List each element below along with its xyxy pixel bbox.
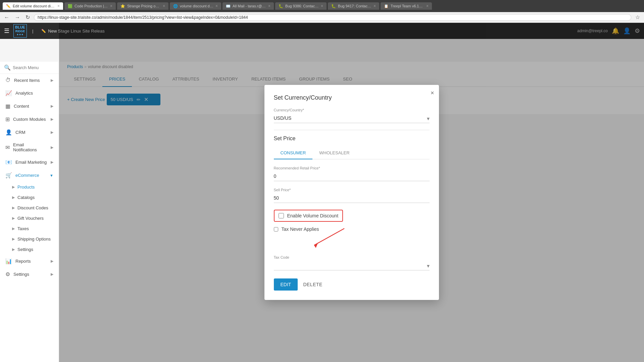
enable-volume-discount-label: Enable Volume Discount <box>287 213 339 218</box>
tab-icon: ✏️ <box>6 4 11 8</box>
main-content: Products » volume discount disabled SETT… <box>59 62 644 362</box>
inner-tab-consumer[interactable]: CONSUMER <box>274 147 313 159</box>
sidebar-item-custom-modules[interactable]: ⊞ Custom Modules ▶ <box>0 113 59 126</box>
tab-close-1[interactable]: × <box>110 4 112 8</box>
sell-price-label: Sell Price* <box>274 188 430 192</box>
tab-close-6[interactable]: × <box>321 4 323 8</box>
sidebar-submenu-catalogs[interactable]: ▶ Catalogs <box>0 192 59 203</box>
tab-icon-7: 🐛 <box>331 4 336 8</box>
modal-dialog: × Set Currency/Country Currency/Country*… <box>264 85 439 300</box>
enable-volume-discount-checkbox[interactable] <box>279 213 284 218</box>
tab-icon-5: ✉️ <box>226 4 231 8</box>
edit-button[interactable]: EDIT <box>274 278 298 291</box>
tab-icon-6: 🐛 <box>279 4 283 8</box>
tab-6[interactable]: 🐛 Bug 9386: Contacts - sea... × <box>275 2 327 10</box>
tab-5[interactable]: ✉️ All Mail - taras.r@ez-bc... × <box>222 2 274 10</box>
tab-close-7[interactable]: × <box>374 4 376 8</box>
chevron-right-sm-gv: ▶ <box>12 216 15 220</box>
sidebar-submenu-shipping[interactable]: ▶ Shipping Options <box>0 234 59 244</box>
search-icon: 🔍 <box>4 64 11 71</box>
reload-button[interactable]: ↻ <box>24 13 31 21</box>
tab-icon-1: 🟩 <box>68 4 72 8</box>
tax-never-applies-checkbox[interactable] <box>274 227 278 231</box>
sidebar-submenu-gift-vouchers[interactable]: ▶ Gift Vouchers <box>0 213 59 223</box>
tab-7[interactable]: 🐛 Bug 9417: Contacts - ord... × <box>328 2 379 10</box>
rrp-field: Recommended Retail Price* <box>274 166 430 181</box>
analytics-icon: 📈 <box>5 90 12 96</box>
active-tab[interactable]: ✏️ Edit volume discount dis... × <box>3 2 63 10</box>
tab-2[interactable]: ⭐ Strange Pricing on Produ... × <box>117 2 168 10</box>
sidebar-item-analytics[interactable]: 📈 Analytics <box>0 87 59 100</box>
content-icon: ▦ <box>5 103 10 109</box>
tab-icon-8: 📋 <box>384 4 389 8</box>
sell-price-field: Sell Price* <box>274 188 430 203</box>
back-button[interactable]: ← <box>3 14 11 21</box>
tab-icon-4: 🌐 <box>173 4 178 8</box>
chevron-right-icon-reports: ▶ <box>51 259 53 263</box>
sidebar-submenu-products[interactable]: ▶ Products <box>0 182 59 192</box>
browser-nav: ← → ↻ ☆ <box>0 12 644 23</box>
tab-icon-2: ⭐ <box>120 4 125 8</box>
browser-chrome: ✏️ Edit volume discount dis... × 🟩 Code … <box>0 0 644 12</box>
currency-country-field: Currency/Country* USD/US <box>274 108 430 123</box>
address-bar[interactable] <box>34 14 631 21</box>
tax-never-applies-label: Tax Never Applies <box>282 226 319 232</box>
rrp-input[interactable] <box>274 171 430 181</box>
sidebar-submenu-settings-ec[interactable]: ▶ Settings <box>0 244 59 255</box>
set-price-title: Set Price <box>274 136 430 142</box>
tab-close-5[interactable]: × <box>268 4 270 8</box>
chevron-right-sm-products: ▶ <box>12 185 15 189</box>
tab-4[interactable]: 🌐 volume discount disabled × <box>170 2 221 10</box>
delete-button[interactable]: DELETE <box>303 282 322 287</box>
custom-modules-icon: ⊞ <box>5 116 10 122</box>
sidebar-item-crm[interactable]: 👤 CRM ▶ <box>0 126 59 139</box>
recent-items-icon: ⏱ <box>5 77 11 83</box>
sidebar-item-email-notifications[interactable]: ✉ Email Notifications ▶ <box>0 139 59 156</box>
sidebar-item-ecommerce[interactable]: 🛒 eCommerce ▼ <box>0 169 59 182</box>
tab-close-active[interactable]: × <box>57 4 60 8</box>
hamburger-menu-icon[interactable]: ☰ <box>4 27 9 35</box>
chevron-right-icon: ▶ <box>51 78 53 83</box>
chevron-right-sm-taxes: ▶ <box>12 226 15 231</box>
chevron-right-icon-em: ▶ <box>51 160 53 164</box>
modal-title: Set Currency/Country <box>274 94 430 101</box>
currency-country-select[interactable]: USD/US <box>274 113 430 123</box>
inner-tab-wholesaler[interactable]: WHOLESALER <box>312 147 356 159</box>
search-input[interactable] <box>13 65 55 70</box>
tax-never-applies-row[interactable]: Tax Never Applies <box>274 226 430 232</box>
tax-code-select[interactable] <box>274 261 430 270</box>
sidebar-item-content[interactable]: ▦ Content ▶ <box>0 100 59 113</box>
sidebar-item-email-marketing[interactable]: 📧 Email Marketing ▶ <box>0 156 59 169</box>
sidebar-item-recent-items[interactable]: ⏱ Recent Items ▶ <box>0 74 59 87</box>
chevron-right-icon-en: ▶ <box>51 145 53 150</box>
sidebar-item-settings[interactable]: ⚙ Settings ▶ <box>0 268 59 281</box>
tab-close-4[interactable]: × <box>215 4 218 8</box>
sidebar-submenu-discount-codes[interactable]: ▶ Discount Codes <box>0 203 59 213</box>
chevron-right-sm-catalogs: ▶ <box>12 195 15 200</box>
currency-country-select-wrap: USD/US <box>274 113 430 123</box>
sell-price-input[interactable] <box>274 193 430 203</box>
sidebar-submenu-taxes[interactable]: ▶ Taxes <box>0 223 59 234</box>
modal-close-button[interactable]: × <box>431 90 434 97</box>
tab-1[interactable]: 🟩 Code Production | Trello × <box>64 2 116 10</box>
forward-button[interactable]: → <box>13 14 21 21</box>
chevron-down-icon-ec: ▼ <box>50 173 53 177</box>
sidebar-search-bar[interactable]: 🔍 <box>0 62 59 74</box>
email-notifications-icon: ✉ <box>5 144 10 151</box>
modal-overlay: × Set Currency/Country Currency/Country*… <box>59 62 644 362</box>
reports-icon: 📊 <box>5 258 12 264</box>
tab-8[interactable]: 📋 Treepl Team v6.10 Backlo... × <box>381 2 432 10</box>
svg-marker-1 <box>314 243 318 248</box>
bookmark-icon[interactable]: ☆ <box>634 13 641 21</box>
field-divider-1 <box>274 130 430 130</box>
inner-tabs: CONSUMER WHOLESALER <box>274 147 430 159</box>
sidebar-item-reports[interactable]: 📊 Reports ▶ <box>0 255 59 268</box>
logo: BLUE RIDGE ✦✦✦ <box>13 24 27 38</box>
arrow-annotation <box>274 239 430 262</box>
chevron-right-sm-shipping: ▶ <box>12 237 15 241</box>
tab-close-2[interactable]: × <box>163 4 165 8</box>
tab-close-8[interactable]: × <box>426 4 429 8</box>
chevron-right-sm-dc: ▶ <box>12 206 15 210</box>
chevron-right-sm-settings-ec: ▶ <box>12 247 15 252</box>
enable-volume-discount-row[interactable]: Enable Volume Discount <box>274 210 343 222</box>
